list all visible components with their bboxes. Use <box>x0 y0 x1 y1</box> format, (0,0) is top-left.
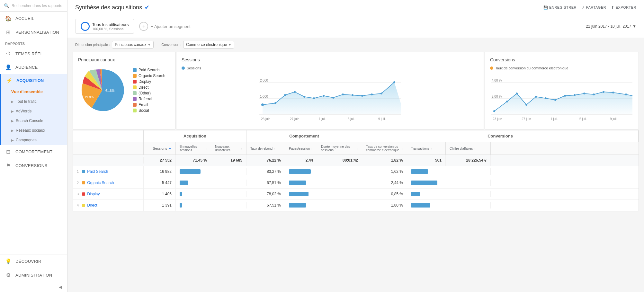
total-conv-rate: 1,82 % <box>362 155 407 166</box>
row2-sessions: 5 447 <box>144 177 176 188</box>
acquisition-header[interactable]: ⚡ ACQUISITION <box>1 74 67 87</box>
dot-1 <box>261 103 264 106</box>
total-transactions: 501 <box>407 155 446 166</box>
sidebar-item-administration[interactable]: ⚙ ADMINISTRATION <box>0 268 67 282</box>
conv-dot-3 <box>516 93 518 94</box>
share-button[interactable]: ↗ PARTAGER <box>582 5 606 10</box>
sidebar-collapse-button[interactable]: ◀ <box>0 282 67 292</box>
legend-dot-display <box>133 80 137 84</box>
row4-label[interactable]: Direct <box>87 203 97 208</box>
total-sessions: 27 552 <box>144 155 176 166</box>
conv-dot-7 <box>554 99 556 101</box>
sort-icon-bounce: ↕ <box>274 147 275 150</box>
row2-label[interactable]: Organic Search <box>87 181 114 185</box>
conversions-legend-label: Taux de conversion du commerce électroni… <box>495 66 568 70</box>
conv-dot-6 <box>545 97 547 99</box>
sidebar-label-comportement: COMPORTEMENT <box>15 149 52 154</box>
row2-conv-bar <box>411 181 437 185</box>
sidebar-item-temps-reel[interactable]: ⏱ TEMPS RÉEL <box>0 47 67 60</box>
sidebar-label-tout-trafic: Tout le trafic <box>16 99 37 104</box>
sidebar-item-comportement[interactable]: ⊟ COMPORTEMENT <box>0 145 67 159</box>
row2-new-users <box>211 180 246 186</box>
export-button[interactable]: ⬆ EXPORTER <box>611 5 636 10</box>
chevron-right-icon: ▶ <box>11 129 14 132</box>
sort-icon-duration: ↕ <box>357 147 358 150</box>
col-header-bounce: Taux de rebond ↕ <box>246 142 285 155</box>
lightbulb-icon: 💡 <box>5 258 12 264</box>
row3-label[interactable]: Display <box>87 192 100 196</box>
col-new-users-label: Nouveaux utilisateurs <box>215 145 240 152</box>
row4-new-sessions-bar-wrap <box>176 202 211 209</box>
conversion-select[interactable]: Commerce électronique ▼ <box>183 41 234 49</box>
sidebar-item-conversions[interactable]: ⚑ CONVERSIONS <box>0 159 67 173</box>
row1-new-users <box>211 168 246 175</box>
sort-icon-conv-rate: ↕ <box>402 147 403 150</box>
sessions-dot-icon <box>182 66 185 70</box>
row2-conv-bar-wrap <box>407 179 446 186</box>
dot-13 <box>380 93 382 94</box>
sort-icon-transactions: ↕ <box>431 147 432 150</box>
table-row: 2 Organic Search 5 447 67,51 % 2,44 % <box>73 177 639 189</box>
legend-social: Social <box>133 108 165 113</box>
row1-label[interactable]: Paid Search <box>87 169 108 174</box>
row3-num: 3 <box>77 192 79 196</box>
row3-conv-rate: 0,85 % <box>362 189 407 199</box>
legend-label-social: Social <box>139 108 149 113</box>
sidebar-item-reseaux-sociaux[interactable]: ▶ Réseaux sociaux <box>1 126 67 135</box>
dot-4 <box>294 91 296 93</box>
chevron-right-icon: ▶ <box>11 119 14 123</box>
legend-dot-other <box>133 91 137 95</box>
sidebar-item-personnalisation[interactable]: ⊞ PERSONNALISATION <box>0 25 67 39</box>
sidebar-item-campagnes[interactable]: ▶ Campagnes <box>1 135 67 145</box>
sidebar-label-acquisition: ACQUISITION <box>16 78 44 83</box>
search-bar[interactable]: 🔍 Rechercher dans les rapports <box>0 0 67 12</box>
svg-text:27 juin: 27 juin <box>522 117 531 121</box>
sort-icon-pages: ↕ <box>311 147 313 150</box>
row1-new-sessions-bar-wrap <box>176 168 211 175</box>
share-label: PARTAGER <box>586 5 606 9</box>
sidebar-item-tout-trafic[interactable]: ▶ Tout le trafic <box>1 97 67 106</box>
legend-direct: Direct <box>133 85 165 90</box>
sidebar-item-adwords[interactable]: ▶ AdWords <box>1 106 67 116</box>
export-icon: ⬆ <box>611 5 614 10</box>
sidebar-item-accueil[interactable]: 🏠 ACCUEIL <box>0 12 67 25</box>
dimension-select[interactable]: Principaux canaux ▼ <box>112 41 154 49</box>
conversions-line-chart: 4,00 % 2,00 % 23 juin 27 juin <box>490 73 633 124</box>
sidebar-label-decouvrir: DÉCOUVRIR <box>15 259 41 264</box>
col-header-transactions: Transactions ↕ <box>407 142 446 155</box>
sidebar-item-vue-ensemble[interactable]: Vue d'ensemble <box>1 87 67 97</box>
add-segment-button[interactable]: + + Ajouter un segment <box>139 22 190 31</box>
total-new-sessions: 71,45 % <box>176 155 211 166</box>
row2-conv-rate: 2,44 % <box>362 177 407 188</box>
row3-bounce: 78,02 % <box>246 189 285 199</box>
gear-icon: ⚙ <box>5 272 12 278</box>
pie-chart-title: Principaux canaux <box>78 57 170 62</box>
row2-num: 2 <box>77 181 79 185</box>
row2-duration <box>317 180 362 186</box>
dimension-value: Principaux canaux <box>115 42 146 47</box>
date-range-selector[interactable]: 22 juin 2017 - 10 juil. 2017 ▼ <box>586 24 636 29</box>
pie-chart-svg-wrap: 19.8% 61.6% <box>78 66 126 114</box>
save-button[interactable]: 💾 ENREGISTRER <box>543 5 577 10</box>
col-sessions-label: Sessions <box>153 146 167 150</box>
svg-text:9 juil.: 9 juil. <box>378 117 386 121</box>
legend-label-direct: Direct <box>139 85 148 90</box>
home-icon: 🏠 <box>5 15 12 22</box>
conv-dot-2 <box>506 101 508 102</box>
pie-chart-svg: 19.8% 61.6% <box>78 66 126 114</box>
table-total-row: 27 552 71,45 % 19 685 76,22 % 2,44 00:01… <box>73 155 639 166</box>
legend-email: Email <box>133 102 165 107</box>
add-segment-label: + Ajouter un segment <box>151 24 190 29</box>
sidebar-item-search-console[interactable]: ▶ Search Console <box>1 116 67 126</box>
sidebar-item-decouvrir[interactable]: 💡 DÉCOUVRIR <box>0 254 67 268</box>
row2-bounce: 67,51 % <box>246 177 285 188</box>
sidebar-bottom: 💡 DÉCOUVRIR ⚙ ADMINISTRATION ◀ <box>0 254 67 292</box>
col-header-sessions[interactable]: Sessions ▼ <box>144 142 176 155</box>
svg-text:5 juil.: 5 juil. <box>348 117 355 121</box>
sidebar-item-audience[interactable]: 👤 AUDIENCE <box>0 60 67 74</box>
row1-pages-bar <box>289 169 311 174</box>
sidebar-label-accueil: ACCUEIL <box>15 16 34 21</box>
svg-text:1 juil.: 1 juil. <box>319 117 326 121</box>
sessions-legend-label: Sessions <box>187 66 201 70</box>
row4-conv-bar <box>411 203 430 208</box>
